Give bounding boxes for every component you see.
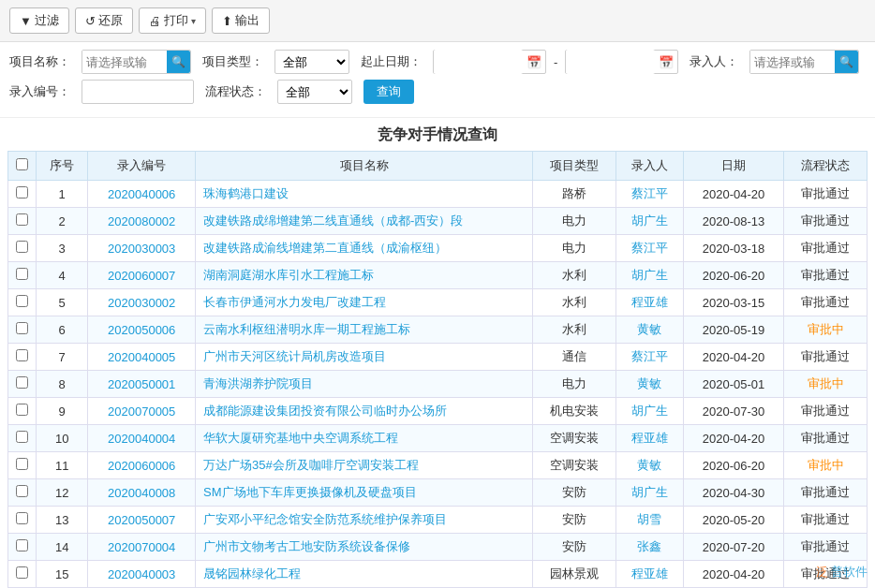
row-checkbox-cell [8, 289, 37, 316]
project-name-link[interactable]: 改建铁路成绵增建第二线直通线（成都-西安）段 [203, 213, 463, 228]
entry-number-input[interactable] [82, 80, 194, 104]
entry-no-link[interactable]: 2020050007 [108, 513, 175, 527]
row-checkbox-cell [8, 507, 37, 534]
row-date: 2020-03-15 [683, 289, 783, 316]
entry-no-link[interactable]: 2020070004 [108, 540, 175, 554]
entry-no-link[interactable]: 2020080002 [108, 214, 175, 228]
project-name-link[interactable]: 华软大厦研究基地中央空调系统工程 [203, 431, 398, 445]
row-date: 2020-03-18 [683, 235, 783, 262]
row-checkbox[interactable] [16, 458, 28, 470]
row-project-name: 云南水利枢纽潜明水库一期工程施工标 [196, 316, 533, 344]
entry-no-link[interactable]: 2020040003 [108, 567, 175, 581]
row-checkbox-cell [8, 235, 37, 262]
project-name-link[interactable]: 湖南洞庭湖水库引水工程施工标 [203, 268, 374, 282]
entry-person-input[interactable] [750, 51, 835, 73]
entry-no-link[interactable]: 2020040005 [108, 350, 175, 364]
entry-no-link[interactable]: 2020030002 [108, 296, 175, 310]
row-project-name: SM广场地下车库更换摄像机及硬盘项目 [196, 479, 533, 507]
filter-row-2: 录入编号： 流程状态： 全部审批通过审批中 查询 [9, 80, 866, 104]
export-button[interactable]: ⬆ 输出 [212, 7, 270, 34]
row-checkbox[interactable] [16, 349, 28, 361]
project-name-link[interactable]: 广州市天河区统计局机房改造项目 [203, 349, 386, 363]
entry-no-link[interactable]: 2020040008 [108, 486, 175, 500]
row-seq: 15 [37, 561, 88, 588]
row-checkbox[interactable] [16, 322, 28, 334]
table-row: 13 2020050007 广安邓小平纪念馆安全防范系统维护保养项目 安防 胡雪… [8, 507, 868, 534]
row-project-name: 晟铭园林绿化工程 [196, 561, 533, 588]
project-name-link[interactable]: SM广场地下车库更换摄像机及硬盘项目 [203, 485, 417, 499]
row-checkbox[interactable] [16, 213, 28, 226]
entry-no-link[interactable]: 2020040006 [108, 187, 175, 201]
row-checkbox[interactable] [16, 485, 28, 497]
row-checkbox[interactable] [16, 295, 28, 307]
project-name-search-wrap: 🔍 [82, 50, 191, 74]
query-button[interactable]: 查询 [363, 80, 414, 104]
row-date: 2020-04-20 [683, 181, 783, 208]
row-entry-person: 胡广生 [615, 479, 683, 507]
project-type-select[interactable]: 全部 路桥电力水利 通信机电安装空调安装 安防园林景观 [274, 50, 349, 74]
project-name-link[interactable]: 万达广场35#会所及咖啡厅空调安装工程 [203, 458, 419, 472]
entry-no-link[interactable]: 2020050001 [108, 377, 175, 391]
row-checkbox[interactable] [16, 404, 28, 416]
entry-no-link[interactable]: 2020030003 [108, 242, 175, 256]
row-seq: 14 [37, 534, 88, 561]
project-name-link[interactable]: 珠海鹤港口建设 [203, 186, 289, 200]
reset-icon: ↺ [85, 14, 96, 28]
table-container: 序号 录入编号 项目名称 项目类型 录入人 日期 流程状态 1 20200400… [0, 151, 875, 588]
row-status: 审批通过 [784, 479, 868, 507]
project-name-link[interactable]: 长春市伊通河水力发电厂改建工程 [203, 295, 386, 309]
row-project-name: 华软大厦研究基地中央空调系统工程 [196, 425, 533, 452]
filter-bar: 项目名称： 🔍 项目类型： 全部 路桥电力水利 通信机电安装空调安装 安防园林景… [0, 42, 875, 118]
row-seq: 9 [37, 398, 88, 425]
reset-button[interactable]: ↺ 还原 [75, 7, 133, 34]
row-entry-person: 蔡江平 [615, 181, 683, 208]
print-button[interactable]: 🖨 打印 ▾ [139, 7, 206, 34]
row-checkbox[interactable] [16, 376, 28, 389]
date-start-icon[interactable]: 📅 [523, 55, 545, 69]
th-date: 日期 [683, 152, 783, 181]
project-name-link[interactable]: 改建铁路成渝线增建第二直通线（成渝枢纽） [203, 241, 447, 255]
entry-no-link[interactable]: 2020070005 [108, 404, 175, 419]
row-entry-person: 黄敏 [615, 371, 683, 398]
date-range-wrap: 📅 - 📅 [433, 50, 678, 74]
filter-button[interactable]: ▼ 过滤 [9, 7, 69, 34]
row-seq: 8 [37, 371, 88, 398]
project-name-input[interactable] [82, 51, 167, 73]
row-entry-no: 2020040003 [88, 561, 196, 588]
project-name-link[interactable]: 成都能源建设集团投资有限公司临时办公场所 [203, 404, 447, 418]
row-checkbox[interactable] [16, 431, 28, 443]
watermark: 泛 普软件 [816, 564, 868, 581]
flow-status-select[interactable]: 全部审批通过审批中 [277, 80, 352, 104]
row-checkbox[interactable] [16, 241, 28, 253]
row-checkbox-cell [8, 181, 37, 208]
th-project-type: 项目类型 [533, 152, 616, 181]
date-end-icon[interactable]: 📅 [655, 55, 677, 69]
row-project-type: 安防 [533, 534, 616, 561]
row-checkbox[interactable] [16, 512, 28, 524]
row-entry-no: 2020040005 [88, 344, 196, 371]
entry-no-link[interactable]: 2020060007 [108, 269, 175, 283]
entry-no-link[interactable]: 2020040004 [108, 432, 175, 446]
row-seq: 4 [37, 262, 88, 289]
row-seq: 12 [37, 479, 88, 507]
date-separator: - [550, 55, 561, 69]
row-checkbox[interactable] [16, 539, 28, 551]
row-checkbox-cell [8, 561, 37, 588]
row-entry-no: 2020040008 [88, 479, 196, 507]
project-name-link[interactable]: 青海洪湖养护院项目 [203, 376, 313, 390]
date-end-input[interactable] [566, 50, 655, 74]
project-name-link[interactable]: 云南水利枢纽潜明水库一期工程施工标 [203, 322, 410, 336]
select-all-checkbox[interactable] [16, 158, 28, 170]
date-start-input[interactable] [434, 50, 523, 74]
row-checkbox[interactable] [16, 566, 28, 579]
row-checkbox[interactable] [16, 268, 28, 280]
entry-person-search-wrap: 🔍 [749, 50, 859, 74]
entry-no-link[interactable]: 2020050006 [108, 323, 175, 337]
project-name-link[interactable]: 晟铭园林绿化工程 [203, 566, 301, 581]
project-name-search-button[interactable]: 🔍 [167, 51, 190, 73]
entry-no-link[interactable]: 2020060006 [108, 459, 175, 473]
row-checkbox[interactable] [16, 186, 28, 198]
project-name-link[interactable]: 广安邓小平纪念馆安全防范系统维护保养项目 [203, 512, 447, 526]
project-name-link[interactable]: 广州市文物考古工地安防系统设备保修 [203, 539, 410, 553]
entry-person-search-button[interactable]: 🔍 [835, 51, 858, 73]
